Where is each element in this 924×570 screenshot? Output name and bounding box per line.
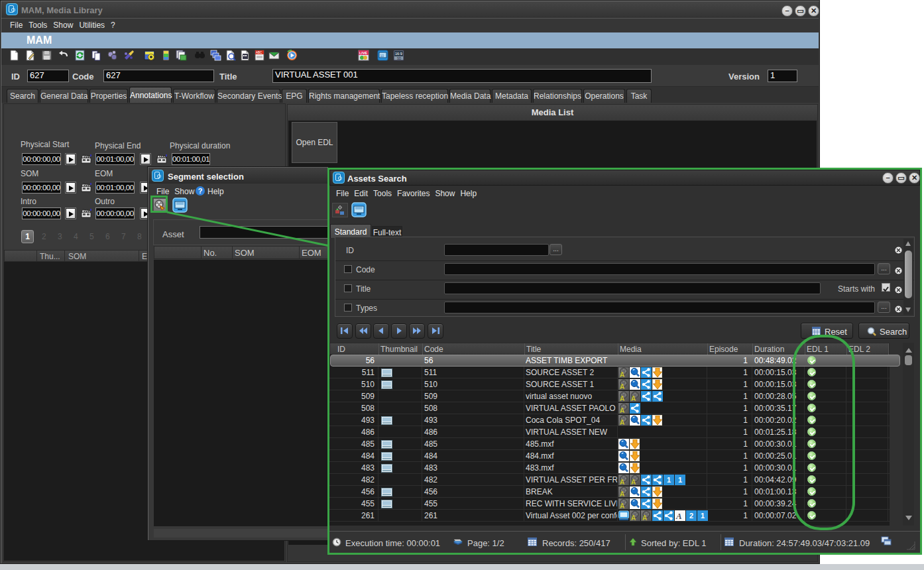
svg-text:10: 10 — [380, 54, 384, 58]
svg-text:ABC: ABC — [256, 51, 262, 54]
svg-text:A: A — [620, 502, 624, 509]
svg-text:A: A — [642, 514, 647, 521]
svg-text:A: A — [620, 479, 624, 485]
svg-text:A: A — [620, 419, 624, 426]
svg-text:SD: SD — [397, 57, 402, 60]
svg-text:16:9: 16:9 — [395, 52, 402, 56]
svg-text:LIVE: LIVE — [359, 51, 368, 55]
svg-text:A: A — [631, 479, 636, 485]
svg-text:A: A — [631, 514, 636, 521]
svg-text:A: A — [631, 395, 636, 402]
svg-text:A: A — [620, 395, 624, 402]
svg-text:A: A — [620, 371, 624, 378]
svg-text:A: A — [620, 383, 624, 390]
svg-text:A: A — [620, 407, 624, 414]
svg-text:A: A — [620, 490, 624, 497]
svg-text:A: A — [675, 511, 682, 521]
